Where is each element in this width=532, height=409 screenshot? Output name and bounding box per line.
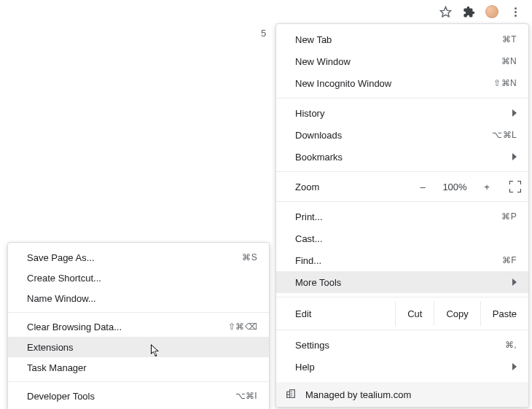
menu-edit: Edit Cut Copy Paste — [276, 301, 528, 326]
chevron-right-icon — [505, 278, 517, 286]
kebab-menu-icon[interactable] — [509, 5, 522, 18]
submenu-create-shortcut[interactable]: Create Shortcut... — [8, 268, 269, 288]
chevron-right-icon — [505, 109, 517, 117]
extensions-puzzle-icon[interactable] — [462, 5, 475, 18]
menu-new-window[interactable]: New Window ⌘N — [276, 50, 528, 72]
chevron-right-icon — [505, 363, 517, 370]
separator — [276, 98, 528, 98]
more-tools-submenu: Save Page As... ⌘S Create Shortcut... Na… — [7, 242, 270, 409]
zoom-out-button[interactable]: – — [416, 182, 429, 192]
separator — [276, 330, 528, 330]
menu-help[interactable]: Help — [276, 356, 528, 378]
menu-settings[interactable]: Settings ⌘, — [276, 334, 528, 356]
separator — [8, 381, 269, 382]
menu-zoom: Zoom – 100% + — [276, 176, 528, 198]
edit-copy[interactable]: Copy — [434, 301, 480, 326]
profile-avatar[interactable] — [485, 5, 498, 18]
menu-bookmarks[interactable]: Bookmarks — [276, 146, 528, 168]
chevron-right-icon — [505, 153, 517, 160]
building-icon — [285, 388, 297, 402]
browser-toolbar — [278, 0, 532, 23]
menu-managed[interactable]: Managed by tealium.com — [276, 382, 528, 407]
managed-label: Managed by tealium.com — [305, 389, 411, 400]
chrome-main-menu: New Tab ⌘T New Window ⌘N New Incognito W… — [275, 23, 529, 408]
star-icon[interactable] — [439, 5, 452, 18]
edit-paste[interactable]: Paste — [480, 301, 528, 326]
submenu-task-manager[interactable]: Task Manager — [8, 357, 269, 378]
menu-downloads[interactable]: Downloads ⌥⌘L — [276, 124, 528, 146]
menu-print[interactable]: Print... ⌘P — [276, 206, 528, 227]
submenu-extensions[interactable]: Extensions — [8, 337, 269, 357]
stray-text: 5 — [261, 28, 266, 39]
submenu-clear-data[interactable]: Clear Browsing Data... ⇧⌘⌫ — [8, 316, 269, 337]
submenu-save-as[interactable]: Save Page As... ⌘S — [8, 247, 269, 268]
svg-marker-0 — [440, 7, 450, 16]
zoom-percent: 100% — [439, 182, 470, 192]
submenu-name-window[interactable]: Name Window... — [8, 288, 269, 308]
menu-incognito[interactable]: New Incognito Window ⇧⌘N — [276, 72, 528, 94]
menu-find[interactable]: Find... ⌘F — [276, 249, 528, 271]
menu-history[interactable]: History — [276, 102, 528, 124]
separator — [276, 297, 528, 297]
separator — [8, 312, 269, 313]
submenu-dev-tools[interactable]: Developer Tools ⌥⌘I — [8, 386, 269, 406]
menu-cast[interactable]: Cast... — [276, 227, 528, 249]
fullscreen-icon[interactable] — [509, 181, 521, 192]
menu-more-tools[interactable]: More Tools — [276, 271, 528, 293]
edit-cut[interactable]: Cut — [395, 301, 434, 326]
zoom-in-button[interactable]: + — [480, 182, 493, 192]
menu-new-tab[interactable]: New Tab ⌘T — [276, 28, 528, 50]
separator — [276, 201, 528, 202]
separator — [276, 171, 528, 172]
